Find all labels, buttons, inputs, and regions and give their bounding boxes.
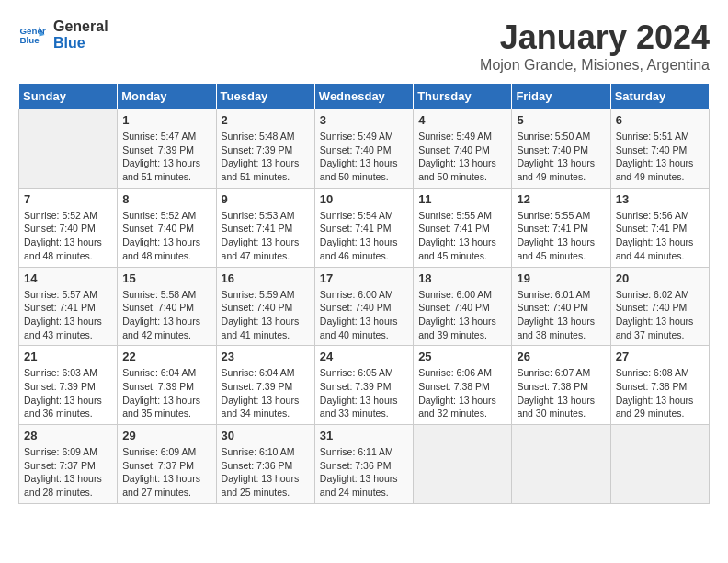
day-info: Sunrise: 6:00 AM Sunset: 7:40 PM Dayligh… (320, 288, 408, 342)
day-info: Sunrise: 6:06 AM Sunset: 7:38 PM Dayligh… (418, 366, 506, 420)
cell-week4-day3: 24Sunrise: 6:05 AM Sunset: 7:39 PM Dayli… (314, 346, 413, 425)
day-number: 23 (222, 350, 310, 363)
day-number: 28 (24, 429, 112, 442)
cell-week2-day3: 10Sunrise: 5:54 AM Sunset: 7:41 PM Dayli… (314, 188, 413, 267)
cell-week5-day3: 31Sunrise: 6:11 AM Sunset: 7:36 PM Dayli… (314, 425, 413, 504)
header-friday: Friday (512, 84, 610, 109)
cell-week5-day2: 30Sunrise: 6:10 AM Sunset: 7:36 PM Dayli… (216, 425, 314, 504)
day-number: 17 (320, 271, 408, 285)
day-number: 12 (517, 192, 605, 206)
header: General Blue General Blue January 2024 M… (18, 18, 710, 74)
day-info: Sunrise: 6:01 AM Sunset: 7:40 PM Dayligh… (517, 288, 605, 342)
day-info: Sunrise: 6:05 AM Sunset: 7:39 PM Dayligh… (320, 366, 408, 420)
header-wednesday: Wednesday (314, 84, 413, 109)
day-number: 14 (24, 271, 112, 285)
day-number: 1 (122, 113, 210, 127)
cell-week5-day5 (512, 425, 610, 504)
cell-week2-day6: 13Sunrise: 5:56 AM Sunset: 7:41 PM Dayli… (610, 188, 709, 267)
day-info: Sunrise: 5:50 AM Sunset: 7:40 PM Dayligh… (517, 130, 605, 184)
cell-week2-day4: 11Sunrise: 5:55 AM Sunset: 7:41 PM Dayli… (414, 188, 512, 267)
day-info: Sunrise: 5:59 AM Sunset: 7:40 PM Dayligh… (222, 288, 310, 342)
day-number: 15 (122, 271, 210, 285)
day-info: Sunrise: 5:51 AM Sunset: 7:40 PM Dayligh… (616, 130, 704, 184)
cell-week1-day6: 6Sunrise: 5:51 AM Sunset: 7:40 PM Daylig… (610, 109, 709, 189)
day-number: 31 (320, 429, 408, 442)
calendar-subtitle: Mojon Grande, Misiones, Argentina (480, 57, 710, 74)
cell-week4-day6: 27Sunrise: 6:08 AM Sunset: 7:38 PM Dayli… (610, 346, 709, 425)
day-number: 27 (616, 350, 704, 363)
cell-week2-day5: 12Sunrise: 5:55 AM Sunset: 7:41 PM Dayli… (512, 188, 610, 267)
day-info: Sunrise: 5:52 AM Sunset: 7:40 PM Dayligh… (122, 209, 210, 263)
cell-week5-day4 (414, 425, 512, 504)
day-info: Sunrise: 6:02 AM Sunset: 7:40 PM Dayligh… (616, 288, 704, 342)
day-info: Sunrise: 5:58 AM Sunset: 7:40 PM Dayligh… (122, 288, 210, 342)
calendar-title: January 2024 (480, 18, 710, 57)
header-monday: Monday (118, 84, 216, 109)
day-info: Sunrise: 6:10 AM Sunset: 7:36 PM Dayligh… (222, 445, 310, 500)
cell-week1-day0 (19, 109, 118, 189)
cell-week1-day3: 3Sunrise: 5:49 AM Sunset: 7:40 PM Daylig… (314, 109, 413, 189)
day-number: 3 (320, 113, 408, 127)
day-number: 6 (616, 113, 704, 127)
day-number: 16 (222, 271, 310, 285)
header-thursday: Thursday (414, 84, 512, 109)
day-number: 21 (24, 350, 112, 363)
logo: General Blue General Blue (18, 18, 108, 51)
cell-week3-day4: 18Sunrise: 6:00 AM Sunset: 7:40 PM Dayli… (414, 267, 512, 346)
day-info: Sunrise: 6:09 AM Sunset: 7:37 PM Dayligh… (122, 445, 210, 500)
week-row-2: 7Sunrise: 5:52 AM Sunset: 7:40 PM Daylig… (19, 188, 710, 267)
day-number: 26 (517, 350, 605, 363)
day-info: Sunrise: 5:49 AM Sunset: 7:40 PM Dayligh… (418, 130, 506, 184)
day-number: 9 (222, 192, 310, 206)
header-tuesday: Tuesday (216, 84, 314, 109)
cell-week4-day5: 26Sunrise: 6:07 AM Sunset: 7:38 PM Dayli… (512, 346, 610, 425)
cell-week2-day2: 9Sunrise: 5:53 AM Sunset: 7:41 PM Daylig… (216, 188, 314, 267)
cell-week4-day2: 23Sunrise: 6:04 AM Sunset: 7:39 PM Dayli… (216, 346, 314, 425)
day-info: Sunrise: 5:52 AM Sunset: 7:40 PM Dayligh… (24, 209, 112, 263)
day-info: Sunrise: 5:47 AM Sunset: 7:39 PM Dayligh… (122, 130, 210, 184)
day-info: Sunrise: 6:04 AM Sunset: 7:39 PM Dayligh… (122, 366, 210, 420)
day-info: Sunrise: 6:11 AM Sunset: 7:36 PM Dayligh… (320, 445, 408, 500)
day-info: Sunrise: 6:00 AM Sunset: 7:40 PM Dayligh… (418, 288, 506, 342)
svg-text:Blue: Blue (20, 35, 40, 45)
day-number: 2 (222, 113, 310, 127)
day-info: Sunrise: 6:04 AM Sunset: 7:39 PM Dayligh… (222, 366, 310, 420)
day-info: Sunrise: 5:53 AM Sunset: 7:41 PM Dayligh… (222, 209, 310, 263)
day-info: Sunrise: 5:48 AM Sunset: 7:39 PM Dayligh… (222, 130, 310, 184)
cell-week3-day0: 14Sunrise: 5:57 AM Sunset: 7:41 PM Dayli… (19, 267, 118, 346)
day-number: 24 (320, 350, 408, 363)
logo-line2: Blue (53, 35, 108, 52)
day-number: 5 (517, 113, 605, 127)
title-section: January 2024 Mojon Grande, Misiones, Arg… (480, 18, 710, 74)
cell-week4-day4: 25Sunrise: 6:06 AM Sunset: 7:38 PM Dayli… (414, 346, 512, 425)
days-header-row: Sunday Monday Tuesday Wednesday Thursday… (19, 84, 710, 109)
cell-week5-day0: 28Sunrise: 6:09 AM Sunset: 7:37 PM Dayli… (19, 425, 118, 504)
cell-week3-day1: 15Sunrise: 5:58 AM Sunset: 7:40 PM Dayli… (118, 267, 216, 346)
day-info: Sunrise: 5:49 AM Sunset: 7:40 PM Dayligh… (320, 130, 408, 184)
logo-icon: General Blue (18, 21, 46, 49)
day-number: 18 (418, 271, 506, 285)
day-info: Sunrise: 6:08 AM Sunset: 7:38 PM Dayligh… (616, 366, 704, 420)
cell-week5-day1: 29Sunrise: 6:09 AM Sunset: 7:37 PM Dayli… (118, 425, 216, 504)
header-saturday: Saturday (610, 84, 709, 109)
cell-week4-day0: 21Sunrise: 6:03 AM Sunset: 7:39 PM Dayli… (19, 346, 118, 425)
day-info: Sunrise: 6:03 AM Sunset: 7:39 PM Dayligh… (24, 366, 112, 420)
week-row-4: 21Sunrise: 6:03 AM Sunset: 7:39 PM Dayli… (19, 346, 710, 425)
day-number: 10 (320, 192, 408, 206)
day-number: 11 (418, 192, 506, 206)
cell-week3-day5: 19Sunrise: 6:01 AM Sunset: 7:40 PM Dayli… (512, 267, 610, 346)
cell-week1-day5: 5Sunrise: 5:50 AM Sunset: 7:40 PM Daylig… (512, 109, 610, 189)
cell-week1-day1: 1Sunrise: 5:47 AM Sunset: 7:39 PM Daylig… (118, 109, 216, 189)
week-row-5: 28Sunrise: 6:09 AM Sunset: 7:37 PM Dayli… (19, 425, 710, 504)
cell-week3-day3: 17Sunrise: 6:00 AM Sunset: 7:40 PM Dayli… (314, 267, 413, 346)
day-number: 22 (122, 350, 210, 363)
cell-week3-day2: 16Sunrise: 5:59 AM Sunset: 7:40 PM Dayli… (216, 267, 314, 346)
day-info: Sunrise: 5:55 AM Sunset: 7:41 PM Dayligh… (517, 209, 605, 263)
cell-week2-day1: 8Sunrise: 5:52 AM Sunset: 7:40 PM Daylig… (118, 188, 216, 267)
day-info: Sunrise: 6:09 AM Sunset: 7:37 PM Dayligh… (24, 445, 112, 500)
day-number: 25 (418, 350, 506, 363)
cell-week5-day6 (610, 425, 709, 504)
week-row-3: 14Sunrise: 5:57 AM Sunset: 7:41 PM Dayli… (19, 267, 710, 346)
day-info: Sunrise: 5:54 AM Sunset: 7:41 PM Dayligh… (320, 209, 408, 263)
header-sunday: Sunday (19, 84, 118, 109)
